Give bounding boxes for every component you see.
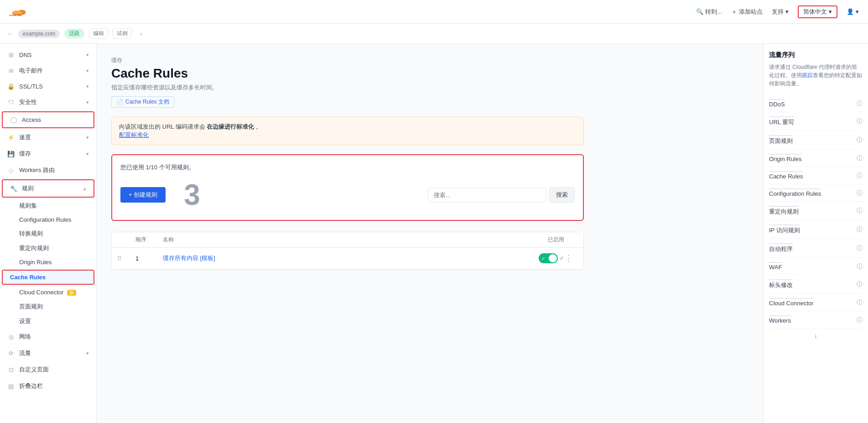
domain-action2[interactable]: 试例 xyxy=(113,28,132,39)
language-button[interactable]: 简体中文 ▾ xyxy=(798,5,837,18)
goto-button[interactable]: 🔍 转到... xyxy=(696,8,722,16)
info-icon[interactable]: ⓘ xyxy=(857,244,863,252)
sidebar-item-label: 流量 xyxy=(19,349,31,357)
sidebar-item-rules[interactable]: 🔧 规则 ▴ xyxy=(3,180,94,197)
info-icon[interactable]: ⓘ xyxy=(857,154,863,162)
speed-icon: ⚡ xyxy=(7,134,15,141)
right-item-url-rewrite[interactable]: URL 重写 ⓘ xyxy=(769,112,863,131)
sidebar-item-ssl[interactable]: 🔒 SSL/TLS ▾ xyxy=(0,79,96,94)
right-item-workers[interactable]: Workers ⓘ xyxy=(769,311,863,329)
sidebar-sub-item-cache-rules[interactable]: Cache Rules xyxy=(3,271,94,284)
domain-name[interactable]: example.com xyxy=(18,30,60,38)
checkmark-icon: ✓ xyxy=(560,255,564,261)
sidebar-sub-item-origin-rules[interactable]: Origin Rules xyxy=(0,256,96,269)
normalize-link[interactable]: 配置标准化 xyxy=(119,131,149,138)
sidebar-item-access[interactable]: ◯ Access xyxy=(3,112,94,127)
item-bar xyxy=(769,135,793,136)
create-rule-button[interactable]: + 创建规则 xyxy=(120,187,166,203)
topnav: CLOUDFLARE 🔍 转到... ＋ 添加站点 支持 ▾ 简体中文 ▾ 👤 … xyxy=(0,0,868,24)
domain-action1[interactable]: 编辑 xyxy=(89,28,108,39)
sidebar-item-security[interactable]: 🛡 安全性 ▾ xyxy=(0,94,96,110)
info-icon[interactable]: ⓘ xyxy=(857,207,863,215)
email-icon: ✉ xyxy=(7,68,15,74)
info-icon[interactable]: ⓘ xyxy=(857,189,863,197)
right-item-waf[interactable]: WAF ⓘ xyxy=(769,258,863,275)
sidebar-item-dns[interactable]: ⊞ DNS ▾ xyxy=(0,47,96,63)
main-layout: ⊞ DNS ▾ ✉ 电子邮件 ▾ 🔒 SSL/TLS ▾ 🛡 安全性 ▾ xyxy=(0,44,868,423)
sidebar-item-cache[interactable]: 💾 缓存 ▾ xyxy=(0,146,96,162)
toggle-knob xyxy=(549,254,557,262)
info-icon[interactable]: ⓘ xyxy=(857,136,863,144)
rules-submenu: 规则集 Configuration Rules 转换规则 重定向规则 Origi… xyxy=(0,198,96,329)
scroll-down-arrow[interactable]: ↓ xyxy=(769,332,863,339)
drag-handle-icon[interactable]: ⠿ xyxy=(117,255,135,262)
sidebar-item-traffic[interactable]: ⟳ 流量 ▾ xyxy=(0,345,96,361)
logo[interactable]: CLOUDFLARE xyxy=(9,5,27,18)
sidebar-item-email[interactable]: ✉ 电子邮件 ▾ xyxy=(0,63,96,79)
sidebar-sub-item-redirect-rules[interactable]: 重定向规则 xyxy=(0,241,96,256)
search-area: 搜索 xyxy=(428,187,575,203)
right-item-configuration-rules[interactable]: Configuration Rules ⓘ xyxy=(769,184,863,202)
right-item-ip-access[interactable]: IP 访问规则 ⓘ xyxy=(769,220,863,239)
info-icon[interactable]: ⓘ xyxy=(857,298,863,307)
right-item-origin-rules[interactable]: Origin Rules ⓘ xyxy=(769,150,863,167)
rule-name-link[interactable]: 缓存所有内容 [模板] xyxy=(163,254,509,262)
right-panel-items: DDoS ⓘ URL 重写 ⓘ 页面规则 ⓘ xyxy=(769,95,863,329)
item-bar xyxy=(769,154,802,155)
chevron-down-icon: ▾ xyxy=(86,68,89,74)
sidebar-item-workers[interactable]: ◇ Workers 路由 xyxy=(0,162,96,178)
sidebar-item-network[interactable]: ◎ 网络 xyxy=(0,329,96,345)
sidebar-sub-item-page-rules[interactable]: 页面规则 xyxy=(0,299,96,314)
info-icon[interactable]: ⓘ xyxy=(857,316,863,324)
main-content: 缓存 Cache Rules 指定应缓存哪些资源以及缓存多长时间。 📄 Cach… xyxy=(97,44,763,423)
shield-icon: 🛡 xyxy=(7,99,15,106)
row-actions-menu[interactable]: ⋮ xyxy=(564,253,578,263)
item-bar xyxy=(769,206,799,207)
back-arrow[interactable]: ← xyxy=(7,30,14,37)
right-item-bot[interactable]: 自动程序 ⓘ xyxy=(769,239,863,258)
col-name: 名称 xyxy=(163,236,509,244)
info-icon[interactable]: ⓘ xyxy=(857,262,863,271)
support-button[interactable]: 支持 ▾ xyxy=(772,8,789,16)
chevron-down-icon: ▾ xyxy=(86,350,89,356)
right-item-ddos[interactable]: DDoS ⓘ xyxy=(769,95,863,112)
right-item-header-modify[interactable]: 标头修改 ⓘ xyxy=(769,275,863,294)
sidebar-sub-item-transform-rules[interactable]: 转换规则 xyxy=(0,226,96,241)
add-site-button[interactable]: ＋ 添加站点 xyxy=(731,8,763,16)
info-icon[interactable]: ⓘ xyxy=(857,99,863,108)
right-item-cloud-connector[interactable]: Cloud Connector ⓘ xyxy=(769,294,863,311)
item-bar xyxy=(769,315,791,316)
sidebar-item-speed[interactable]: ⚡ 速度 ▾ xyxy=(0,129,96,146)
rules-table: 顺序 名称 已启用 ⠿ 1 缓存所有内容 [模板] ✓ ⋮ xyxy=(111,232,584,270)
item-bar xyxy=(769,116,794,117)
right-item-redirect-rules[interactable]: 重定向规则 ⓘ xyxy=(769,202,863,220)
docs-link[interactable]: 📄 Cache Rules 文档 xyxy=(111,96,174,108)
sidebar-item-custom-pages[interactable]: ⊡ 自定义页面 xyxy=(0,361,96,378)
info-icon[interactable]: ⓘ xyxy=(857,280,863,288)
sidebar-item-label: 规则 xyxy=(22,184,34,193)
sidebar-item-label: 网络 xyxy=(19,333,31,341)
info-icon[interactable]: ⓘ xyxy=(857,225,863,234)
info-icon[interactable]: ⓘ xyxy=(857,117,863,125)
sidebar-sub-item-settings[interactable]: 设置 xyxy=(0,314,96,329)
right-item-page-rules[interactable]: 页面规则 ⓘ xyxy=(769,131,863,150)
sidebar-item-label: 速度 xyxy=(19,133,31,141)
sidebar-sub-item-cloud-connector[interactable]: Cloud Connector 新 xyxy=(0,286,96,299)
right-item-cache-rules[interactable]: Cache Rules ⓘ xyxy=(769,167,863,184)
sidebar-item-label: 缓存 xyxy=(19,150,31,158)
search-input[interactable] xyxy=(428,188,546,202)
user-menu-button[interactable]: 👤 ▾ xyxy=(847,8,859,15)
trace-link[interactable]: 跟踪 xyxy=(802,72,813,78)
chevron-down-icon: ▾ xyxy=(86,52,89,58)
info-icon[interactable]: ⓘ xyxy=(857,172,863,180)
rules-count-number: 3 xyxy=(184,178,200,212)
col-order: 顺序 xyxy=(135,236,163,244)
sidebar-sub-item-rules-sub1[interactable]: 规则集 xyxy=(0,198,96,213)
search-button[interactable]: 搜索 xyxy=(549,187,575,203)
right-panel: 流量序列 请求通过 Cloudflare 代理时请求的简化过程。使用跟踪查看您的… xyxy=(763,44,868,423)
right-panel-title: 流量序列 xyxy=(769,51,863,59)
rule-enabled-toggle[interactable] xyxy=(539,253,558,263)
sidebar-item-foldbar[interactable]: ▤ 折叠边栏 xyxy=(0,378,96,394)
sidebar-sub-item-configuration-rules[interactable]: Configuration Rules xyxy=(0,213,96,226)
sidebar-collapse-btn[interactable]: ‹ xyxy=(140,30,142,37)
